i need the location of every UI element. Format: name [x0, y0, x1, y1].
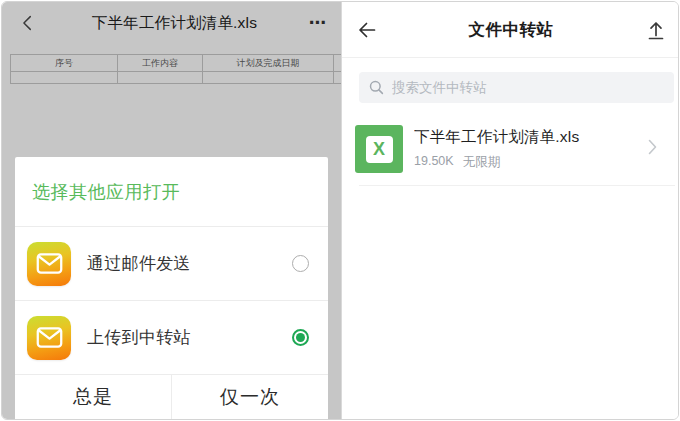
radio-selected[interactable]	[292, 329, 309, 346]
divider	[359, 185, 675, 186]
file-size: 19.50K	[414, 154, 454, 171]
doc-viewer-screen: 下半年工作计划清单.xls ⋯ 序号 工作内容 计划及完成日期 选择其他应用打开	[2, 2, 341, 419]
upload-icon[interactable]	[645, 19, 667, 41]
app-window: 下半年工作计划清单.xls ⋯ 序号 工作内容 计划及完成日期 选择其他应用打开	[1, 1, 679, 420]
always-button[interactable]: 总是	[15, 375, 171, 419]
search-icon	[369, 80, 384, 95]
search-bar[interactable]	[359, 72, 674, 103]
file-meta: 19.50K 无限期	[414, 154, 648, 171]
dialog-title: 选择其他应用打开	[15, 157, 328, 226]
option-upload-to-transfer-station[interactable]: 上传到中转站	[15, 301, 328, 374]
dialog-buttons: 总是 仅一次	[15, 375, 328, 419]
transfer-station-screen: 文件中转站 X 下半年工作计划清单.xls	[341, 2, 679, 419]
chevron-right-icon	[648, 139, 657, 159]
option-label: 通过邮件发送	[87, 252, 191, 275]
mail-icon	[27, 242, 71, 286]
file-expiry: 无限期	[463, 154, 501, 171]
excel-x-glyph: X	[366, 136, 393, 163]
mail-icon	[27, 316, 71, 360]
just-once-button[interactable]: 仅一次	[172, 375, 328, 419]
open-with-dialog: 选择其他应用打开 通过邮件发送	[15, 157, 328, 419]
file-info: 下半年工作计划清单.xls 19.50K 无限期	[414, 127, 648, 171]
search-input[interactable]	[392, 80, 674, 95]
file-name: 下半年工作计划清单.xls	[414, 127, 648, 148]
file-list-item[interactable]: X 下半年工作计划清单.xls 19.50K 无限期	[342, 113, 679, 185]
transfer-header: 文件中转站	[342, 2, 679, 58]
excel-file-icon: X	[355, 125, 403, 173]
radio-unselected[interactable]	[292, 255, 309, 272]
option-send-via-email[interactable]: 通过邮件发送	[15, 227, 328, 300]
page-title: 文件中转站	[342, 19, 679, 41]
option-label: 上传到中转站	[87, 326, 191, 349]
